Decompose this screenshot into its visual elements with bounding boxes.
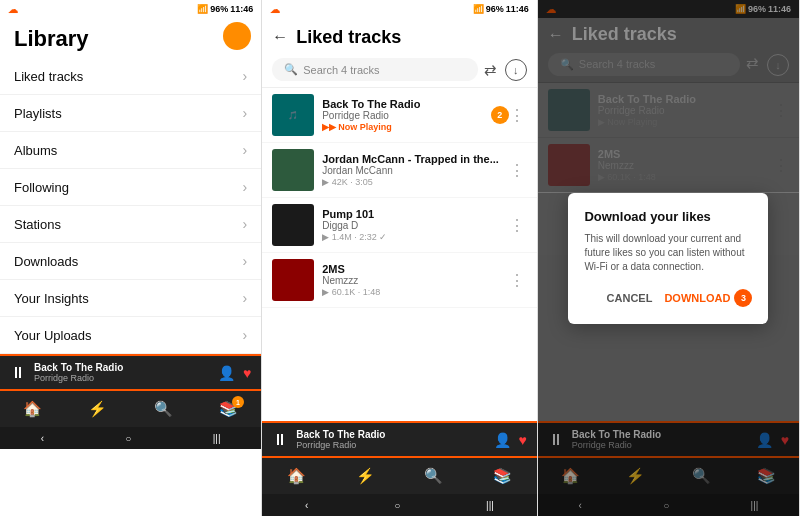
soundcloud-logo-2: ☁ bbox=[270, 4, 280, 15]
chevron-stations: › bbox=[243, 216, 248, 232]
chevron-uploads: › bbox=[243, 327, 248, 343]
nav-stream-2[interactable]: ⚡ bbox=[356, 467, 375, 485]
menu-insights[interactable]: Your Insights › bbox=[0, 280, 261, 317]
panel-library: ☁ 📶 96% 11:46 Library Liked tracks › Pla… bbox=[0, 0, 262, 516]
back-button-2[interactable]: ← bbox=[272, 24, 288, 50]
player-info-1: Back To The Radio Porridge Radio bbox=[34, 362, 210, 383]
menu-list: Liked tracks › Playlists › Albums › Foll… bbox=[0, 58, 261, 354]
nav-home-1[interactable]: 🏠 bbox=[23, 400, 42, 418]
menu-uploads[interactable]: Your Uploads › bbox=[0, 317, 261, 354]
menu-stations[interactable]: Stations › bbox=[0, 206, 261, 243]
track-item-2[interactable]: Jordan McCann - Trapped in the... Jordan… bbox=[262, 143, 537, 198]
step-badge-3: 3 bbox=[734, 289, 752, 307]
download-action: DOWNLOAD 3 bbox=[664, 288, 752, 308]
status-left-2: ☁ bbox=[270, 4, 280, 15]
android-back-2[interactable]: ‹ bbox=[305, 500, 308, 511]
stations-label: Stations bbox=[14, 217, 61, 232]
track-meta-4: ▶ 60.1K · 1:48 bbox=[322, 287, 499, 297]
pause-button-2[interactable]: ⏸ bbox=[272, 431, 288, 449]
player-title-1: Back To The Radio bbox=[34, 362, 210, 373]
search-bar-2: 🔍 Search 4 tracks ⇄ ↓ bbox=[262, 52, 537, 88]
track-meta-1: ▶▶Now Playing bbox=[322, 122, 499, 132]
shuffle-button[interactable]: ⇄ bbox=[484, 61, 497, 79]
library-title: Library bbox=[0, 18, 261, 58]
modal-body: This will download your current and futu… bbox=[584, 232, 752, 274]
search-actions-2: ⇄ ↓ bbox=[484, 59, 527, 81]
menu-playlists[interactable]: Playlists › bbox=[0, 95, 261, 132]
panel-download-modal: ☁ 📶 96% 11:46 ← Liked tracks 🔍 Search 4 … bbox=[538, 0, 800, 516]
status-left-1: ☁ bbox=[8, 4, 18, 15]
signal-icon-1: 📶 bbox=[197, 4, 208, 14]
menu-following[interactable]: Following › bbox=[0, 169, 261, 206]
signal-icon-2: 📶 bbox=[473, 4, 484, 14]
bottom-nav-1: 🏠 ⚡ 🔍 📚 1 bbox=[0, 391, 261, 427]
time-2: 11:46 bbox=[506, 4, 529, 14]
track-artist-3: Digga D bbox=[322, 220, 499, 231]
android-back-1[interactable]: ‹ bbox=[41, 433, 44, 444]
cancel-button[interactable]: CANCEL bbox=[607, 288, 653, 308]
nav-badge-1: 1 bbox=[232, 396, 244, 408]
player-actions-1: 👤 ♥ bbox=[218, 365, 251, 381]
menu-downloads[interactable]: Downloads › bbox=[0, 243, 261, 280]
android-menu-2[interactable]: ||| bbox=[486, 500, 494, 511]
nav-search-1[interactable]: 🔍 bbox=[154, 400, 173, 418]
nav-home-2[interactable]: 🏠 bbox=[287, 467, 306, 485]
nav-stream-1[interactable]: ⚡ bbox=[88, 400, 107, 418]
pause-button-1[interactable]: ⏸ bbox=[10, 364, 26, 382]
panel2-header: ← Liked tracks bbox=[262, 18, 537, 52]
status-right-2: 📶 96% 11:46 bbox=[473, 4, 529, 14]
track-thumb-4 bbox=[272, 259, 314, 301]
user-avatar[interactable] bbox=[223, 22, 251, 50]
player-artist-1: Porridge Radio bbox=[34, 373, 210, 383]
like-button-1[interactable]: ♥ bbox=[243, 365, 251, 381]
track-thumb-3 bbox=[272, 204, 314, 246]
track-meta-2: ▶ 42K · 3:05 bbox=[322, 177, 499, 187]
modal-actions: CANCEL DOWNLOAD 3 bbox=[584, 288, 752, 308]
time-1: 11:46 bbox=[230, 4, 253, 14]
track-item-4[interactable]: 2MS Nemzzz ▶ 60.1K · 1:48 ⋮ bbox=[262, 253, 537, 308]
chevron-playlists: › bbox=[243, 105, 248, 121]
track-more-3[interactable]: ⋮ bbox=[507, 216, 527, 235]
track-info-2: Jordan McCann - Trapped in the... Jordan… bbox=[322, 153, 499, 187]
add-to-queue-icon-1[interactable]: 👤 bbox=[218, 365, 235, 381]
menu-albums[interactable]: Albums › bbox=[0, 132, 261, 169]
step-badge-2: 2 bbox=[491, 106, 509, 124]
track-info-3: Pump 101 Digga D ▶ 1.4M · 2:32 ✓ bbox=[322, 208, 499, 242]
panel-liked-tracks: ☁ 📶 96% 11:46 ← Liked tracks 🔍 Search 4 … bbox=[262, 0, 538, 516]
track-more-2[interactable]: ⋮ bbox=[507, 161, 527, 180]
library-content: Library Liked tracks › Playlists › Album… bbox=[0, 18, 261, 354]
track-thumb-2 bbox=[272, 149, 314, 191]
download-confirm-button[interactable]: DOWNLOAD bbox=[664, 288, 730, 308]
player-bar-2: ⏸ Back To The Radio Porridge Radio 👤 ♥ bbox=[262, 423, 537, 456]
player-artist-2: Porridge Radio bbox=[296, 440, 485, 450]
following-label: Following bbox=[14, 180, 69, 195]
android-menu-1[interactable]: ||| bbox=[213, 433, 221, 444]
menu-liked-tracks[interactable]: Liked tracks › bbox=[0, 58, 261, 95]
track-item-1[interactable]: 🎵 Back To The Radio Porridge Radio ▶▶Now… bbox=[262, 88, 537, 143]
modal-overlay: Download your likes This will download y… bbox=[538, 0, 799, 516]
bottom-nav-2: 🏠 ⚡ 🔍 📚 bbox=[262, 458, 537, 494]
downloads-label: Downloads bbox=[14, 254, 78, 269]
chevron-albums: › bbox=[243, 142, 248, 158]
add-to-queue-icon-2[interactable]: 👤 bbox=[494, 432, 511, 448]
nav-library-2[interactable]: 📚 bbox=[493, 467, 512, 485]
track-artist-2: Jordan McCann bbox=[322, 165, 499, 176]
track-item-3[interactable]: Pump 101 Digga D ▶ 1.4M · 2:32 ✓ ⋮ bbox=[262, 198, 537, 253]
search-field-2[interactable]: 🔍 Search 4 tracks bbox=[272, 58, 478, 81]
like-button-2[interactable]: ♥ bbox=[519, 432, 527, 448]
modal-title: Download your likes bbox=[584, 209, 752, 224]
status-bar-1: ☁ 📶 96% 11:46 bbox=[0, 0, 261, 18]
android-home-2[interactable]: ○ bbox=[394, 500, 400, 511]
track-title-2: Jordan McCann - Trapped in the... bbox=[322, 153, 499, 165]
android-nav-2: ‹ ○ ||| bbox=[262, 494, 537, 516]
android-home-1[interactable]: ○ bbox=[125, 433, 131, 444]
track-more-4[interactable]: ⋮ bbox=[507, 271, 527, 290]
search-placeholder-2: Search 4 tracks bbox=[303, 64, 379, 76]
nav-search-2[interactable]: 🔍 bbox=[424, 467, 443, 485]
track-list-2: 🎵 Back To The Radio Porridge Radio ▶▶Now… bbox=[262, 88, 537, 421]
nav-library-1[interactable]: 📚 1 bbox=[219, 400, 238, 418]
insights-label: Your Insights bbox=[14, 291, 89, 306]
download-button[interactable]: ↓ bbox=[505, 59, 527, 81]
albums-label: Albums bbox=[14, 143, 57, 158]
track-more-1[interactable]: ⋮ bbox=[507, 106, 527, 125]
